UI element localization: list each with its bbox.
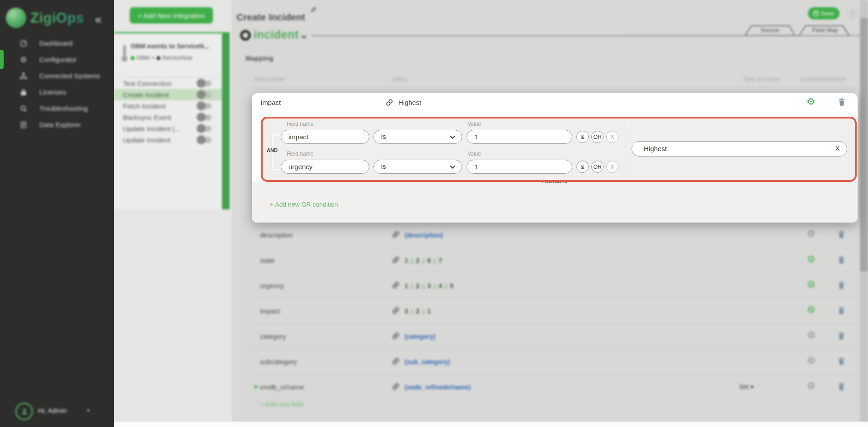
action-label: Fetch Incident bbox=[123, 102, 165, 110]
mapping-value: 3||2||1 bbox=[405, 308, 431, 315]
condition-field-input[interactable] bbox=[281, 160, 369, 174]
integration-action-item[interactable]: Create Incident bbox=[114, 89, 222, 100]
delete-trash-icon[interactable] bbox=[838, 231, 844, 240]
action-toggle[interactable] bbox=[198, 137, 212, 143]
or-condition-button[interactable]: OR bbox=[591, 161, 604, 173]
action-label: Backsync Event bbox=[123, 114, 171, 121]
conditions-gear-icon[interactable]: ⚙ bbox=[807, 229, 816, 238]
integration-item[interactable]: OBM events to ServiceN... OBM > ServiceN… bbox=[114, 33, 222, 77]
action-toggle[interactable] bbox=[198, 92, 212, 98]
mapping-value: 1||2||3||4||5 bbox=[405, 282, 453, 289]
delete-trash-icon[interactable] bbox=[839, 98, 845, 108]
value-label: Value bbox=[467, 121, 481, 127]
conditions-gear-icon[interactable]: ⚙ bbox=[807, 381, 816, 390]
or-condition-button[interactable]: OR bbox=[591, 131, 604, 143]
integration-action-item[interactable]: Test Connection bbox=[114, 78, 222, 89]
tab-field-map[interactable]: Field Map bbox=[798, 27, 852, 33]
section-name[interactable]: incident bbox=[254, 28, 299, 41]
target-icon-dot bbox=[156, 56, 160, 60]
sidebar-item-licenses[interactable]: Licenses bbox=[0, 84, 114, 100]
tab-source[interactable]: Source bbox=[743, 27, 797, 33]
mapping-row[interactable]: ▶ cmdb_ci/name (node_ref/node/name) Set … bbox=[252, 375, 858, 400]
col-value: Value bbox=[392, 76, 407, 82]
mapping-field-name: state bbox=[260, 256, 275, 264]
remove-condition-button[interactable]: X bbox=[606, 161, 618, 173]
chevron-down-icon bbox=[450, 135, 455, 139]
delete-trash-icon[interactable] bbox=[838, 281, 844, 291]
field-name-label: Field name bbox=[287, 121, 313, 127]
mapping-row[interactable]: state 1||2||6||7 ⚙ bbox=[252, 248, 858, 273]
mapping-value: (description) bbox=[405, 232, 443, 239]
panel-main-divider bbox=[230, 0, 231, 427]
delete-trash-icon[interactable] bbox=[838, 256, 844, 266]
section-rule bbox=[312, 35, 850, 36]
integration-action-item[interactable]: Update Incident bbox=[114, 134, 222, 146]
sidebar-item-dashboard[interactable]: Dashboard bbox=[0, 35, 114, 52]
action-label: Create Incident bbox=[123, 91, 169, 99]
save-button[interactable]: Save bbox=[808, 7, 840, 19]
condition-field-input[interactable] bbox=[281, 130, 369, 144]
condition-operator-select[interactable]: is bbox=[373, 160, 462, 174]
action-toggle[interactable] bbox=[198, 126, 212, 132]
delete-trash-icon[interactable] bbox=[838, 332, 844, 342]
chevron-down-icon[interactable] bbox=[301, 33, 307, 41]
main-scrollbar-thumb[interactable] bbox=[860, 18, 868, 271]
delete-trash-icon[interactable] bbox=[838, 383, 844, 392]
action-toggle[interactable] bbox=[198, 81, 212, 86]
mapping-row[interactable]: urgency 1||2||3||4||5 ⚙ bbox=[252, 273, 858, 299]
sidebar-item-data-explorer[interactable]: Data Explorer bbox=[0, 117, 114, 133]
integration-panel: + Add New Integration OBM events to Serv… bbox=[114, 0, 230, 427]
integration-action-item[interactable]: Update Incident (... bbox=[114, 123, 222, 134]
mapping-label: Mapping bbox=[245, 54, 274, 62]
add-new-field-link[interactable]: + Add new field bbox=[260, 401, 303, 408]
mapping-field-name: subcategory bbox=[260, 358, 297, 365]
conditions-gear-icon[interactable]: ⚙ bbox=[807, 356, 816, 365]
sidebar-collapse-button[interactable]: « bbox=[95, 13, 101, 27]
condition-value-input[interactable] bbox=[467, 160, 572, 174]
edit-pencil-icon[interactable]: ✎ bbox=[310, 5, 316, 15]
expand-icon[interactable]: ▶ bbox=[255, 384, 258, 389]
conditions-gear-icon[interactable]: ⚙ bbox=[807, 305, 816, 314]
mapping-row[interactable]: description (description) ⚙ bbox=[252, 223, 858, 248]
remove-condition-button[interactable]: X bbox=[606, 131, 618, 143]
mapping-row[interactable]: impact 3||2||1 ⚙ bbox=[252, 299, 858, 324]
delete-trash-icon[interactable] bbox=[838, 307, 844, 316]
sidebar-item-troubleshooting[interactable]: Troubleshooting bbox=[0, 100, 114, 117]
conditions-gear-icon[interactable]: ⚙ bbox=[807, 330, 816, 340]
and-condition-button[interactable]: & bbox=[576, 131, 589, 143]
action-toggle[interactable] bbox=[198, 114, 212, 120]
conditions-gear-icon[interactable]: ⚙ bbox=[807, 254, 816, 264]
sidebar-item-configurator[interactable]: ⚙ Configurator bbox=[0, 52, 114, 68]
conditions-gear-icon[interactable]: ⚙ bbox=[807, 97, 816, 107]
sidebar-item-connected-systems[interactable]: Connected Systems bbox=[0, 68, 114, 84]
condition-value-input[interactable] bbox=[467, 130, 572, 144]
clear-result-button[interactable]: X bbox=[835, 145, 840, 152]
integration-action-item[interactable]: Backsync Event bbox=[114, 112, 222, 123]
and-condition-button[interactable]: & bbox=[576, 161, 589, 173]
zigiops-logo-icon bbox=[6, 8, 26, 28]
delete-trash-icon[interactable] bbox=[838, 357, 844, 367]
mapping-row[interactable]: category (category) ⚙ bbox=[252, 324, 858, 349]
action-toggle[interactable] bbox=[198, 103, 212, 109]
condition-builder-panel: AND Field name Value is & OR X Field nam… bbox=[261, 117, 857, 182]
save-icon bbox=[813, 11, 819, 16]
result-value-input[interactable]: Highest X bbox=[632, 141, 847, 157]
type-of-action-dropdown[interactable]: Set ▾ bbox=[739, 383, 754, 390]
integration-action-item[interactable]: Fetch Incident bbox=[114, 100, 222, 112]
integration-list: OBM events to ServiceN... OBM > ServiceN… bbox=[114, 33, 230, 209]
kebab-menu-icon[interactable]: ⋮ bbox=[847, 8, 858, 19]
panel-scrollbar[interactable] bbox=[222, 33, 230, 209]
main-scrollbar-track[interactable] bbox=[860, 0, 868, 427]
user-menu[interactable]: Hi, Admin ▲ bbox=[0, 402, 114, 422]
add-or-condition-link[interactable]: + Add new OR condition bbox=[270, 201, 338, 208]
thermometer-icon bbox=[121, 44, 128, 64]
focused-mapping-card: impact Highest ⚙ Alternative AND Field n… bbox=[252, 93, 858, 223]
main-content: Create Incident ✎ Save ⋮ Source Field Ma… bbox=[230, 0, 868, 427]
source-status-dot bbox=[131, 56, 135, 60]
mapping-field-name: impact bbox=[260, 307, 280, 315]
add-new-integration-button[interactable]: + Add New Integration bbox=[130, 7, 213, 24]
conditions-gear-icon[interactable]: ⚙ bbox=[807, 280, 816, 289]
condition-operator-select[interactable]: is bbox=[373, 130, 462, 144]
mapping-row[interactable]: subcategory (sub_category) ⚙ bbox=[252, 349, 858, 375]
lock-icon bbox=[19, 88, 28, 97]
